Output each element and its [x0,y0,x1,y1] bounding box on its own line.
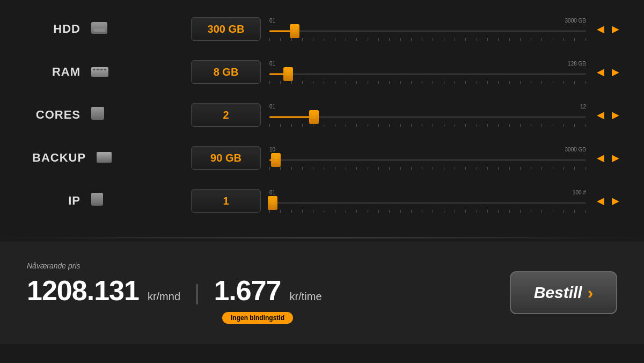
track-area-ip[interactable] [269,198,586,208]
arrow-right-ram[interactable]: ▶ [609,65,623,79]
section-divider [0,237,644,238]
track-area-ram[interactable] [269,69,586,79]
cpu-icon [87,107,104,124]
scale-max-cores: 12 [580,104,586,110]
value-ram: 8 GB [214,66,239,78]
slider-hdd[interactable]: 01 3000 GB [269,13,586,45]
row-hdd: HDD 300 GB 01 3000 GB [32,10,623,48]
value-hdd: 300 GB [208,23,245,35]
scale-min-backup: 10 [269,147,275,153]
track-ram [269,73,586,75]
tick-marks-ip [269,210,586,213]
arrow-left-cores[interactable]: ◀ [594,108,608,122]
price-area: Nåværande pris 1208.131 kr/mnd | 1.677 k… [27,262,488,324]
thumb-cores[interactable] [309,110,319,124]
price-row: 1208.131 kr/mnd | 1.677 kr/time [27,274,488,307]
scale-max-hdd: 3000 GB [565,18,586,24]
thumb-ram[interactable] [283,67,293,81]
sliders-section: HDD 300 GB 01 3000 GB [0,0,644,234]
label-cores: CORES [32,108,80,122]
label-hdd: HDD [32,22,80,36]
value-cores: 2 [223,109,229,121]
ip-icon [87,193,103,209]
arrow-left-ram[interactable]: ◀ [594,65,608,79]
scale-min-ram: 01 [269,61,275,67]
scale-labels-hdd: 01 3000 GB [269,18,586,24]
track-hdd [269,30,586,32]
arrow-buttons-ip: ◀ ▶ [594,194,623,208]
row-cores: CORES 2 01 12 ◀ [32,96,623,134]
arrow-buttons-ram: ◀ ▶ [594,65,623,79]
fill-cores [269,116,314,118]
hourly-unit: kr/time [290,291,322,303]
track-area-backup[interactable] [269,155,586,165]
scale-max-ram: 128 GB [568,61,586,67]
scale-min-cores: 01 [269,104,275,110]
track-area-cores[interactable] [269,112,586,122]
slider-ram[interactable]: 01 128 GB [269,56,586,88]
arrow-right-cores[interactable]: ▶ [609,108,623,122]
arrow-buttons-backup: ◀ ▶ [594,151,623,165]
value-box-ram[interactable]: 8 GB [191,60,261,84]
arrow-right-backup[interactable]: ▶ [609,151,623,165]
row-ram: RAM 8 GB 01 128 GB ◀ [32,53,623,91]
label-backup: BACKUP [32,151,86,165]
value-box-hdd[interactable]: 300 GB [191,17,261,41]
pricing-section: Nåværande pris 1208.131 kr/mnd | 1.677 k… [0,242,644,344]
row-backup: BACKUP 90 GB 10 3000 GB [32,139,623,177]
track-backup [269,159,586,161]
value-box-ip[interactable]: 1 [191,189,261,213]
order-button[interactable]: Bestill › [510,271,617,314]
scale-max-ip: 100 # [573,190,586,195]
scale-labels-ram: 01 128 GB [269,61,586,67]
monthly-price: 1208.131 [27,274,139,307]
arrow-right-ip[interactable]: ▶ [609,194,623,208]
price-divider-char: | [194,281,200,305]
tick-marks-hdd [269,38,586,41]
track-ip [269,202,586,204]
slider-ip[interactable]: 01 100 # [269,185,586,217]
scale-max-backup: 3000 GB [565,147,586,153]
thumb-ip[interactable] [268,196,277,210]
arrow-buttons-cores: ◀ ▶ [594,108,623,122]
arrow-right-hdd[interactable]: ▶ [609,22,623,36]
arrow-left-ip[interactable]: ◀ [594,194,608,208]
badge-area: Ingen bindingstid [27,312,488,324]
scale-min-hdd: 01 [269,18,275,24]
value-backup: 90 GB [210,152,241,164]
row-ip: IP 1 01 100 # ◀ [32,182,623,220]
arrow-left-hdd[interactable]: ◀ [594,22,608,36]
price-label: Nåværande pris [27,262,488,270]
thumb-hdd[interactable] [290,24,299,38]
arrow-left-backup[interactable]: ◀ [594,151,608,165]
scale-labels-ip: 01 100 # [269,190,586,195]
label-area-backup: BACKUP [32,150,182,166]
order-button-label: Bestill [534,284,582,302]
label-area-ip: IP [32,193,182,209]
order-chevron-icon: › [588,283,594,303]
label-ip: IP [32,194,80,208]
hdd-icon [87,21,107,38]
label-area-hdd: HDD [32,21,182,38]
value-box-cores[interactable]: 2 [191,103,261,127]
track-area-hdd[interactable] [269,26,586,37]
tick-marks-backup [269,167,586,170]
no-binding-badge: Ingen bindingstid [222,312,293,324]
label-ram: RAM [32,65,80,79]
label-area-ram: RAM [32,64,182,81]
value-box-backup[interactable]: 90 GB [191,146,261,170]
hourly-price: 1.677 [214,274,281,307]
thumb-backup[interactable] [271,153,281,167]
slider-backup[interactable]: 10 3000 GB [269,142,586,174]
monthly-unit: kr/mnd [148,291,180,303]
scale-labels-cores: 01 12 [269,104,586,110]
ram-icon [87,64,108,81]
slider-cores[interactable]: 01 12 [269,99,586,131]
arrow-buttons-hdd: ◀ ▶ [594,22,623,36]
label-area-cores: CORES [32,107,182,124]
scale-min-ip: 01 [269,190,275,195]
tick-marks-cores [269,124,586,127]
value-ip: 1 [223,195,229,207]
backup-icon [92,150,112,166]
tick-marks-ram [269,81,586,84]
